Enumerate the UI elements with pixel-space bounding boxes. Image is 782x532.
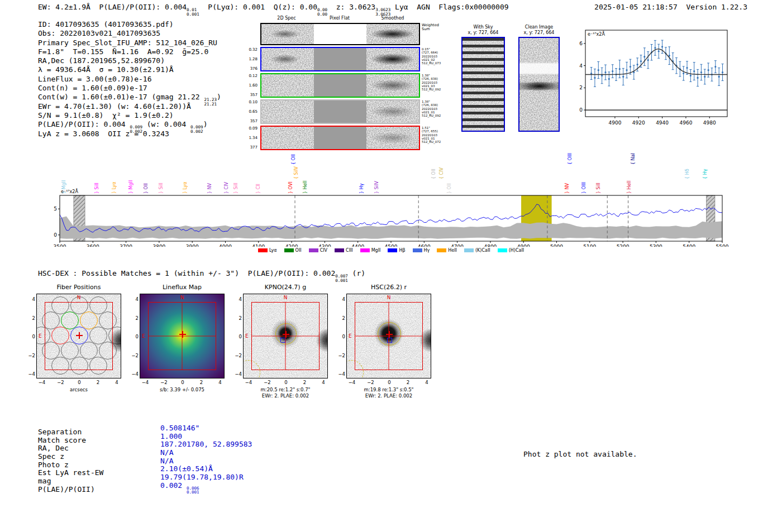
emission-line-label: { OIII — [568, 153, 573, 165]
x-tick-label: 3600 — [87, 244, 99, 247]
emission-blob — [366, 48, 419, 70]
x-tick-label: −2 — [57, 378, 64, 385]
x-tick-label: 5500 — [716, 244, 729, 247]
info-line: Primary Spec_Slot_IFU_AMP: 512_104_026_R… — [38, 39, 221, 47]
twod-spec-image — [261, 100, 314, 123]
x-tick-label: 4 — [425, 378, 428, 385]
data-point — [708, 69, 709, 71]
emission-line-label: } SiIV — [374, 181, 379, 194]
legend-item: (K)CaII — [464, 248, 490, 253]
y-tick-label: 2 — [239, 315, 244, 321]
match-table: Separation0.508146"Match score1.000RA, D… — [38, 428, 103, 493]
x-tick-label: 4 — [115, 378, 118, 385]
info-text: λ = 4936.64Å σ = 10.30(±2.91)Å — [38, 65, 174, 74]
line-fit-plot: 024649004920494049604980e⁻¹⁷x2Å — [570, 25, 737, 135]
x-tick-label: 3900 — [186, 244, 199, 247]
legend-swatch — [258, 248, 268, 252]
match-field-value: 19.79(19.78,19.80)R — [160, 473, 244, 481]
weight-value: 0.65 — [249, 109, 258, 114]
data-point — [594, 77, 595, 79]
x-tick-label: 4900 — [517, 244, 530, 247]
hsc-match-header: HSC-DEX : Possible Matches = 1 (within +… — [38, 269, 365, 282]
stacked-uncertainty: 0.000.00 — [317, 8, 327, 16]
legend-item: Hβ — [388, 248, 405, 253]
legend-item: CIII — [335, 248, 353, 253]
data-point — [640, 60, 642, 62]
x-tick-label: −4 — [39, 378, 46, 385]
data-point — [608, 78, 610, 80]
x-tick-label: 2 — [97, 378, 99, 385]
y-tick-label: −4 — [28, 371, 37, 377]
legend-label: Hβ — [399, 248, 405, 253]
info-text: (w: 0.004 — [142, 120, 190, 128]
cutout-xlabel: m:19.8 re:1.3" s:0.5"EWr: 2. PLAE: 0.002 — [346, 387, 431, 399]
pixel-flat-image — [314, 74, 366, 97]
match-table-row: Spec zN/A — [38, 452, 103, 461]
weight-value: 0.09 — [249, 126, 258, 131]
sky-panel-image — [461, 37, 505, 132]
spec2d-row: 0.100.653571.38"(726, 838)20220103v021_0… — [245, 99, 452, 124]
info-text: P(LAE)/P(OII): 0.004 — [38, 120, 130, 128]
emission-blob-faint — [261, 24, 314, 44]
xlabel-line: m:20.5 re:1.2" s:0.7" — [243, 387, 328, 393]
match-field-value: 187.201780, 52.899583 — [160, 440, 252, 448]
fiber-id-labels: 1.38"(726, 838)20220103v021_03512_RU_092 — [420, 73, 450, 98]
lower-uncertainty: 21.21 — [204, 102, 217, 107]
x-tick-label: −4 — [245, 378, 252, 385]
x-tick-label: 2 — [407, 378, 409, 385]
spectrum-legend: LyαOIICIVCIIIMgIIHβHγHeII(K)CaII(H)CaII — [0, 248, 782, 253]
x-tick-label: 4920 — [632, 120, 645, 126]
legend-item: OII — [284, 248, 302, 253]
noise-image — [261, 100, 314, 123]
spec2d-row: 0.121.603571.38"(726, 838)20220103v021_0… — [245, 73, 452, 98]
xlabel-line: m:19.8 re:1.3" s:0.5" — [346, 387, 431, 393]
match-table-row: Match score1.000 — [38, 436, 103, 444]
data-point — [626, 69, 627, 71]
emission-line-label: } OIII — [581, 182, 586, 194]
noise-envelope — [60, 217, 722, 239]
extent-box — [355, 302, 423, 370]
cutout-plot: NE4−42−200−22−44 — [36, 294, 121, 378]
data-point — [604, 71, 606, 73]
sky-panel-title: Clean Image — [518, 25, 560, 30]
x-tick-label: 5200 — [617, 244, 630, 247]
spec2d-strip — [260, 47, 420, 71]
fiber-id-labels: 1.38"(726, 838)20220103v021_01512_RU_092 — [420, 99, 450, 124]
data-point — [700, 71, 702, 73]
lower-uncertainty: 0.001 — [335, 279, 348, 283]
data-point — [686, 67, 688, 69]
y-tick-label: 0 — [342, 334, 347, 339]
stacked-uncertainty: 21.2321.21 — [204, 98, 217, 106]
info-line: Cont(n) = 1.60(±0.09)e-17 — [38, 84, 221, 93]
info-text: F=1.8" T=0.155 N̄=1.16 A=0.92 ḡ=25.0 — [38, 47, 208, 56]
emission-line-label: { OII — [431, 169, 436, 179]
north-label: N — [284, 295, 288, 300]
north-label: N — [387, 295, 391, 300]
weight-value: 0.32 — [249, 47, 258, 52]
x-tick-label: 5400 — [683, 244, 695, 247]
legend-swatch — [284, 248, 294, 252]
x-tick-label: −2 — [160, 378, 168, 385]
match-field-value: 0.508146" — [160, 424, 199, 432]
x-tick-label: 3500 — [54, 244, 66, 247]
x-tick-label: 3800 — [152, 244, 165, 247]
match-table-row: mag19.79(19.78,19.80)R — [38, 477, 103, 485]
y-tick-label: 0 — [32, 334, 37, 339]
cutout-title: Fiber Positions — [26, 284, 121, 294]
info-text: Obs: 20220103v021_4017093635 — [38, 29, 160, 37]
data-point — [683, 73, 684, 74]
smoothed-image — [366, 48, 419, 70]
noise-rect — [261, 100, 314, 123]
y-tick-label: −2 — [338, 353, 347, 358]
x-tick-label: −2 — [367, 378, 374, 385]
fiber-id-line: 512_RU_092 — [422, 88, 450, 91]
y-tick-label: 2 — [579, 85, 583, 90]
info-text: Primary Spec_Slot_IFU_AMP: 512_104_026_R… — [38, 39, 217, 47]
x-tick-label: 4000 — [219, 244, 232, 247]
sky-panel-coords: x, y: 727, 664 — [461, 30, 505, 36]
hsc-text: (r) — [348, 269, 365, 277]
x-tick-label: 2 — [303, 378, 306, 385]
fiber-id-labels: 0.15"(727, 664)20220103v021_02512_RU_073 — [420, 47, 450, 71]
stacked-uncertainty: 0.010.001 — [187, 8, 199, 16]
legend-swatch — [335, 248, 344, 252]
